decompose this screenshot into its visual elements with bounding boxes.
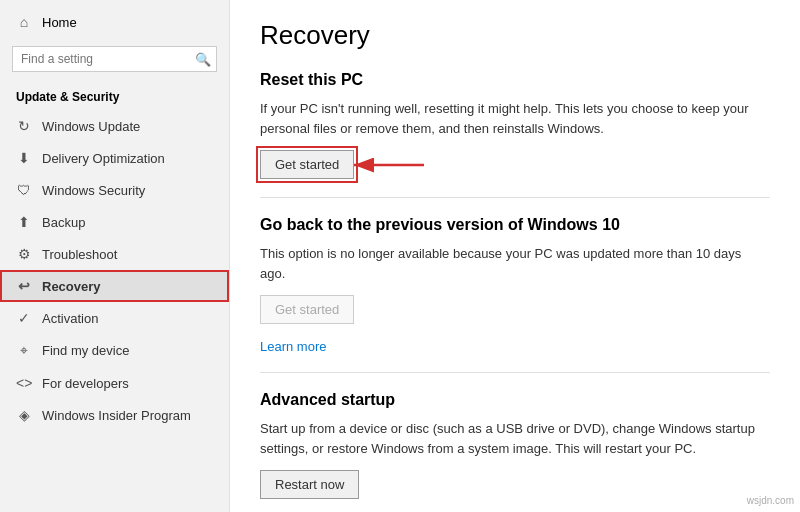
- go-back-section-desc: This option is no longer available becau…: [260, 244, 770, 283]
- search-icon: 🔍: [195, 52, 211, 67]
- main-content: Recovery Reset this PC If your PC isn't …: [230, 0, 800, 512]
- sidebar-item-recovery[interactable]: ↩ Recovery: [0, 270, 229, 302]
- watermark: wsjdn.com: [747, 495, 794, 506]
- sidebar-item-label: Windows Insider Program: [42, 408, 191, 423]
- sidebar-item-label: Find my device: [42, 343, 129, 358]
- advanced-startup-title: Advanced startup: [260, 391, 770, 409]
- page-title: Recovery: [260, 20, 770, 51]
- advanced-startup-desc: Start up from a device or disc (such as …: [260, 419, 770, 458]
- sidebar-item-label: For developers: [42, 376, 129, 391]
- advanced-startup-section: Advanced startup Start up from a device …: [260, 391, 770, 499]
- home-label: Home: [42, 15, 77, 30]
- sidebar-item-label: Recovery: [42, 279, 101, 294]
- sidebar-section-title: Update & Security: [0, 82, 229, 110]
- sidebar-item-backup[interactable]: ⬆ Backup: [0, 206, 229, 238]
- sidebar-item-windows-security[interactable]: 🛡 Windows Security: [0, 174, 229, 206]
- backup-icon: ⬆: [16, 214, 32, 230]
- learn-more-link[interactable]: Learn more: [260, 339, 326, 354]
- sidebar-item-windows-update[interactable]: ↻ Windows Update: [0, 110, 229, 142]
- divider-2: [260, 372, 770, 373]
- divider-1: [260, 197, 770, 198]
- restart-now-button[interactable]: Restart now: [260, 470, 359, 499]
- sidebar-item-label: Delivery Optimization: [42, 151, 165, 166]
- reset-section-title: Reset this PC: [260, 71, 770, 89]
- sidebar-item-for-developers[interactable]: <> For developers: [0, 367, 229, 399]
- sidebar-item-label: Windows Security: [42, 183, 145, 198]
- sidebar: ⌂ Home 🔍 Update & Security ↻ Windows Upd…: [0, 0, 230, 512]
- activation-icon: ✓: [16, 310, 32, 326]
- sidebar-item-troubleshoot[interactable]: ⚙ Troubleshoot: [0, 238, 229, 270]
- reset-section: Reset this PC If your PC isn't running w…: [260, 71, 770, 179]
- sidebar-item-label: Windows Update: [42, 119, 140, 134]
- home-icon: ⌂: [16, 14, 32, 30]
- windows-update-icon: ↻: [16, 118, 32, 134]
- sidebar-item-activation[interactable]: ✓ Activation: [0, 302, 229, 334]
- sidebar-item-label: Backup: [42, 215, 85, 230]
- sidebar-item-windows-insider[interactable]: ◈ Windows Insider Program: [0, 399, 229, 431]
- windows-security-icon: 🛡: [16, 182, 32, 198]
- sidebar-search-container: 🔍: [12, 46, 217, 72]
- reset-get-started-button[interactable]: Get started: [260, 150, 354, 179]
- delivery-optimization-icon: ⬇: [16, 150, 32, 166]
- windows-insider-icon: ◈: [16, 407, 32, 423]
- sidebar-item-label: Activation: [42, 311, 98, 326]
- sidebar-home[interactable]: ⌂ Home: [0, 0, 229, 40]
- troubleshoot-icon: ⚙: [16, 246, 32, 262]
- find-my-device-icon: ⌖: [16, 342, 32, 359]
- reset-section-desc: If your PC isn't running well, resetting…: [260, 99, 770, 138]
- recovery-icon: ↩: [16, 278, 32, 294]
- arrow-annotation: [344, 145, 434, 185]
- sidebar-item-find-my-device[interactable]: ⌖ Find my device: [0, 334, 229, 367]
- go-back-get-started-button[interactable]: Get started: [260, 295, 354, 324]
- sidebar-item-label: Troubleshoot: [42, 247, 117, 262]
- for-developers-icon: <>: [16, 375, 32, 391]
- sidebar-item-delivery-optimization[interactable]: ⬇ Delivery Optimization: [0, 142, 229, 174]
- go-back-section: Go back to the previous version of Windo…: [260, 216, 770, 354]
- search-input[interactable]: [12, 46, 217, 72]
- reset-btn-container: Get started: [260, 150, 354, 179]
- go-back-section-title: Go back to the previous version of Windo…: [260, 216, 770, 234]
